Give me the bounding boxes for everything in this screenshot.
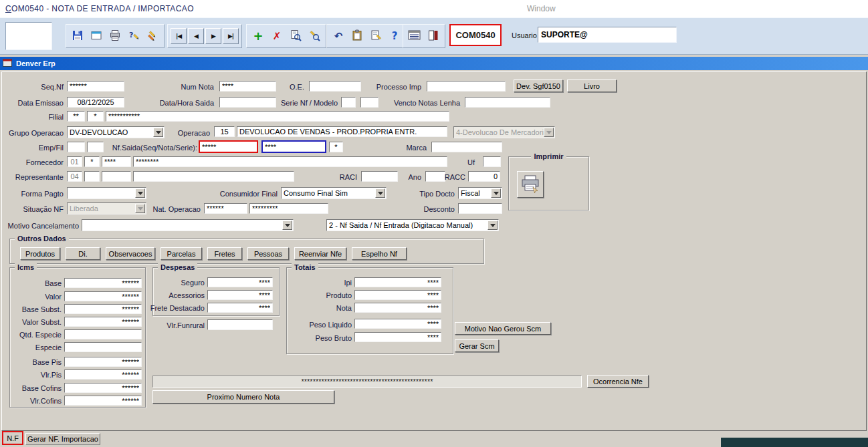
nf-saida-seq-input[interactable] xyxy=(199,140,258,153)
paste-button[interactable] xyxy=(348,27,366,45)
tab-gerar-nf-importacao[interactable]: Gerar NF. Importacao xyxy=(25,433,100,445)
form-edit-button[interactable] xyxy=(367,27,385,45)
acessorios-input[interactable] xyxy=(207,290,273,300)
representante-fil-input[interactable] xyxy=(84,171,100,182)
grupo-operacao-dropdown[interactable]: DV-DEVOLUCAO xyxy=(67,126,165,138)
nav-first-button[interactable]: |◀ xyxy=(171,28,187,44)
tipo-docto-dropdown[interactable]: Fiscal xyxy=(458,187,502,199)
nota-input[interactable] xyxy=(354,303,441,313)
nat-operacao-descricao-input[interactable] xyxy=(249,203,328,214)
vencto-notas-lenha-input[interactable] xyxy=(465,97,550,108)
espelho-nf-button[interactable]: Espelho Nf xyxy=(352,247,407,260)
chevron-down-icon[interactable] xyxy=(282,220,292,230)
produtos-button[interactable]: Produtos xyxy=(20,247,60,260)
nat-operacao-codigo-input[interactable] xyxy=(204,203,247,214)
chevron-down-icon[interactable] xyxy=(375,188,385,198)
operacao-codigo-input[interactable] xyxy=(214,126,235,137)
nf-saida-nota-input[interactable] xyxy=(261,140,326,153)
save-button[interactable] xyxy=(69,27,86,45)
marca-input[interactable] xyxy=(431,142,502,152)
uf-input[interactable] xyxy=(483,156,501,167)
nf-saida-serie-input[interactable] xyxy=(329,142,343,152)
oe-input[interactable] xyxy=(309,81,361,92)
search-edit-button[interactable] xyxy=(306,27,323,45)
livro-button[interactable]: Livro xyxy=(567,80,617,92)
edit-button[interactable] xyxy=(144,27,161,45)
chevron-down-icon[interactable] xyxy=(135,188,145,198)
reenviar-nfe-button[interactable]: Reenviar Nfe xyxy=(294,247,346,260)
icms-qtd-especie-input[interactable] xyxy=(64,329,142,339)
frete-destacado-input[interactable] xyxy=(207,303,273,313)
ipi-input[interactable] xyxy=(354,277,441,287)
produto-input[interactable] xyxy=(354,290,441,300)
icms-base-input[interactable] xyxy=(64,278,142,288)
serie-nf-input[interactable] xyxy=(341,97,356,108)
data-emissao-input[interactable] xyxy=(67,97,124,108)
emp-input[interactable] xyxy=(67,142,85,152)
icms-base-subst-input[interactable] xyxy=(64,304,142,314)
forma-pagto-dropdown[interactable] xyxy=(67,187,146,199)
window-button[interactable] xyxy=(88,27,105,45)
chevron-down-icon[interactable] xyxy=(153,128,163,137)
representante-nome-input[interactable] xyxy=(133,171,294,182)
icms-valor-subst-input[interactable] xyxy=(64,317,142,327)
menu-button[interactable] xyxy=(406,27,423,45)
base-cofins-input[interactable] xyxy=(64,383,142,393)
desconto-input[interactable] xyxy=(458,203,502,214)
motivo-nao-gerou-scm-button[interactable]: Motivo Nao Gerou Scm xyxy=(455,322,551,335)
search-form-button[interactable] xyxy=(287,27,304,45)
proximo-numero-nota-button[interactable]: Proximo Numero Nota xyxy=(152,390,334,404)
help-button[interactable]: ? xyxy=(386,27,403,45)
motivo-cancelamento-dropdown[interactable] xyxy=(82,219,294,231)
peso-liquido-input[interactable] xyxy=(354,319,441,329)
representante-codigo-input[interactable] xyxy=(102,171,131,182)
fornecedor-emp-input[interactable] xyxy=(67,156,82,167)
fretes-button[interactable]: Fretes xyxy=(207,247,242,260)
fornecedor-nome-input[interactable] xyxy=(133,156,447,167)
seguro-input[interactable] xyxy=(207,277,273,287)
chevron-down-icon[interactable] xyxy=(491,188,501,198)
seq-nf-input[interactable] xyxy=(67,81,124,92)
filial-fil-input[interactable] xyxy=(87,111,104,122)
peso-bruto-input[interactable] xyxy=(354,332,441,342)
print-button[interactable] xyxy=(106,27,124,45)
exit-button[interactable] xyxy=(425,27,442,45)
fornecedor-fil-input[interactable] xyxy=(84,156,100,167)
chevron-down-icon[interactable] xyxy=(487,220,498,230)
data-hora-saida-input[interactable] xyxy=(219,97,276,108)
fil-input[interactable] xyxy=(87,142,104,152)
icms-especie-input[interactable] xyxy=(64,342,142,352)
dev-sgf0150-button[interactable]: Dev. Sgf0150 xyxy=(514,80,563,92)
ocorrencia-nfe-button[interactable]: Ocorrencia Nfe xyxy=(587,375,649,388)
observacoes-button[interactable]: Observacoes xyxy=(106,247,155,260)
usuario-input[interactable] xyxy=(538,27,677,43)
icms-valor-input[interactable] xyxy=(64,291,142,301)
undo-button[interactable]: ↶ xyxy=(330,27,347,45)
vlr-funrural-input[interactable] xyxy=(207,319,273,330)
vlr-pis-input[interactable] xyxy=(64,369,142,380)
nav-prev-button[interactable]: ◀ xyxy=(188,28,204,44)
nav-last-button[interactable]: ▶| xyxy=(223,28,239,44)
consumidor-final-dropdown[interactable]: Consumo Final Sim xyxy=(281,187,387,199)
tab-nf[interactable]: N.F xyxy=(2,431,23,445)
di-button[interactable]: Di. xyxy=(66,247,100,260)
operacao-descricao-input[interactable] xyxy=(237,126,447,137)
modelo-input[interactable] xyxy=(360,97,378,108)
nf-digitacao-dropdown[interactable]: 2 - Nf Saida / Nf Entrada (Digitacao Man… xyxy=(326,219,499,231)
vlr-cofins-input[interactable] xyxy=(64,396,142,406)
gerar-scm-button[interactable]: Gerar Scm xyxy=(455,339,499,352)
help-edit-button[interactable]: ? xyxy=(125,27,142,45)
base-pis-input[interactable] xyxy=(64,357,142,367)
add-record-button[interactable]: + xyxy=(249,27,267,45)
filial-emp-input[interactable] xyxy=(67,111,85,122)
raci-input[interactable] xyxy=(361,171,398,182)
fornecedor-codigo-input[interactable] xyxy=(102,156,131,167)
nav-next-button[interactable]: ▶ xyxy=(205,28,221,44)
filial-nome-input[interactable] xyxy=(106,111,449,122)
racc-input[interactable] xyxy=(468,171,500,182)
delete-record-button[interactable]: ✗ xyxy=(268,27,286,45)
processo-imp-input[interactable] xyxy=(427,81,506,92)
representante-emp-input[interactable] xyxy=(67,171,82,182)
parcelas-button[interactable]: Parcelas xyxy=(160,247,202,260)
imprimir-button[interactable] xyxy=(517,171,544,198)
